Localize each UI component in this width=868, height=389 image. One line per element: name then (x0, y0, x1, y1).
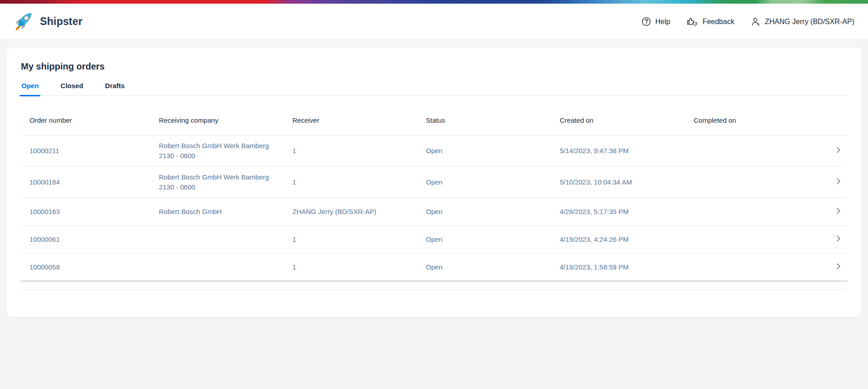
cell-receiver: 1 (283, 229, 417, 250)
chevron-right-icon (837, 177, 840, 187)
help-label: Help (655, 18, 670, 26)
cell-receiver: ZHANG Jerry (BD/SXR-AP) (283, 201, 417, 222)
column-header-receiver: Receiver (283, 107, 417, 135)
cell-status: Open (417, 140, 551, 161)
cell-receiving-company: Robert Bosch GmbH Werk Bamberg 2130 - 06… (150, 135, 283, 166)
rocket-icon (14, 11, 34, 33)
cell-created-on: 5/10/2023, 10:04:34 AM (551, 172, 685, 193)
cell-order-number: 10000211 (20, 140, 150, 161)
tab-bar: Open Closed Drafts (20, 72, 848, 96)
cell-order-number: 10000061 (20, 229, 150, 250)
cell-created-on: 4/28/2023, 5:17:35 PM (551, 201, 685, 222)
row-open-button[interactable] (829, 207, 848, 217)
table-row[interactable]: 10000058 1 Open 4/19/2023, 1:58:59 PM (20, 253, 848, 281)
cell-status: Open (417, 257, 551, 278)
main-content: My shipping orders Open Closed Drafts Or… (0, 40, 868, 325)
user-menu-button[interactable]: ZHANG Jerry (BD/SXR-AP) (751, 17, 854, 27)
cell-created-on: 4/19/2023, 4:24:26 PM (551, 229, 685, 250)
row-open-button[interactable] (829, 262, 848, 272)
table-header-row: Order number Receiving company Receiver … (20, 107, 848, 135)
cell-completed-on (685, 206, 829, 217)
tab-drafts[interactable]: Drafts (104, 82, 125, 95)
shipping-orders-card: My shipping orders Open Closed Drafts Or… (7, 48, 861, 317)
cell-receiver: 1 (283, 257, 417, 278)
cell-created-on: 4/19/2023, 1:58:59 PM (551, 257, 685, 278)
orders-table: Order number Receiving company Receiver … (20, 107, 848, 290)
column-header-created-on: Created on (551, 107, 685, 135)
cell-status: Open (417, 229, 551, 250)
table-row[interactable]: 10000211 Robert Bosch GmbH Werk Bamberg … (20, 135, 848, 166)
person-badge-icon (751, 17, 761, 27)
help-button[interactable]: Help (641, 17, 670, 26)
table-row[interactable]: 10000163 Robert Bosch GmbH ZHANG Jerry (… (20, 198, 848, 225)
cell-completed-on (685, 145, 829, 156)
cell-receiving-company: Robert Bosch GmbH (150, 201, 283, 222)
cell-status: Open (417, 201, 551, 222)
cell-created-on: 5/14/2023, 9:47:38 PM (551, 140, 685, 161)
cell-completed-on (685, 262, 829, 273)
thumbs-feedback-icon (686, 16, 698, 27)
cell-completed-on (685, 234, 829, 245)
chevron-right-icon (837, 262, 840, 272)
table-row[interactable]: 10000184 Robert Bosch GmbH Werk Bamberg … (20, 166, 848, 198)
app-title: Shipster (40, 15, 83, 28)
feedback-label: Feedback (702, 18, 734, 26)
row-open-button[interactable] (829, 234, 848, 244)
cell-receiver: 1 (283, 140, 417, 161)
column-header-status: Status (417, 107, 551, 135)
tab-closed[interactable]: Closed (59, 82, 84, 95)
column-header-order-number: Order number (20, 107, 150, 135)
chevron-right-icon (837, 207, 840, 217)
column-header-actions (829, 111, 848, 131)
cell-receiving-company (150, 262, 283, 273)
user-label: ZHANG Jerry (BD/SXR-AP) (765, 18, 854, 26)
row-open-button[interactable] (829, 146, 848, 156)
table-body: 10000211 Robert Bosch GmbH Werk Bamberg … (20, 135, 848, 281)
cell-receiving-company: Robert Bosch GmbH Werk Bamberg 2130 - 06… (150, 167, 283, 198)
cell-order-number: 10000184 (20, 172, 150, 193)
column-header-completed-on: Completed on (685, 107, 829, 135)
page-title: My shipping orders (7, 48, 861, 72)
bosch-supergraphic-bar (0, 0, 868, 4)
chevron-right-icon (837, 146, 840, 156)
feedback-button[interactable]: Feedback (686, 16, 734, 27)
row-open-button[interactable] (829, 177, 848, 187)
cell-order-number: 10000163 (20, 201, 150, 222)
cell-order-number: 10000058 (20, 257, 150, 278)
cell-receiving-company (150, 234, 283, 245)
cell-completed-on (685, 177, 829, 188)
table-row[interactable]: 10000061 1 Open 4/19/2023, 4:24:26 PM (20, 225, 848, 253)
app-brand[interactable]: Shipster (14, 11, 83, 33)
tab-open[interactable]: Open (20, 82, 39, 95)
cell-status: Open (417, 172, 551, 193)
top-navigation: Help Feedback (641, 16, 854, 27)
question-circle-icon (641, 17, 651, 26)
table-footer-spacer (20, 281, 848, 290)
column-header-receiving-company: Receiving company (150, 107, 283, 135)
chevron-right-icon (837, 234, 840, 244)
top-bar: Shipster Help (0, 4, 868, 40)
cell-receiver: 1 (283, 172, 417, 193)
